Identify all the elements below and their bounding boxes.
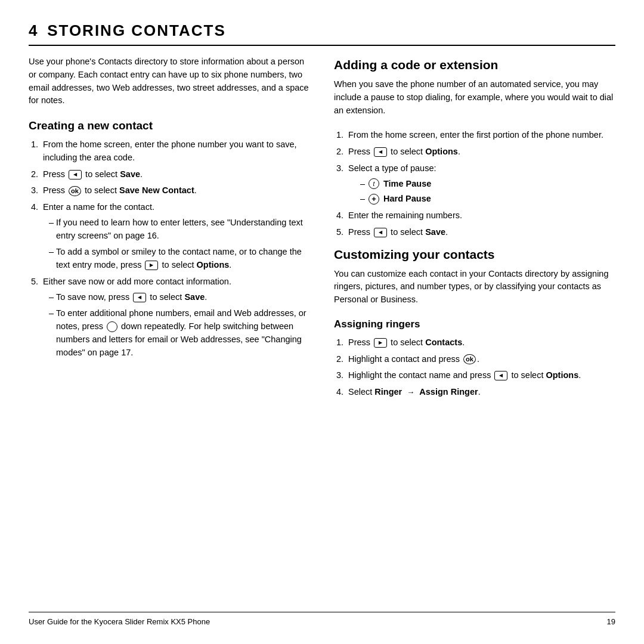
ok-icon-r2: ok <box>463 354 476 364</box>
page-header: 4 Storing Contacts <box>29 21 615 46</box>
section-customizing-title: Customizing your contacts <box>334 247 615 262</box>
right-column: Adding a code or extension When you save… <box>334 55 615 606</box>
circle-icon-s5b <box>107 321 117 332</box>
softkey-right-icon-r1 <box>374 338 387 348</box>
page-footer: User Guide for the Kyocera Slider Remix … <box>29 612 615 626</box>
step-2: Press to select Save. <box>41 168 310 181</box>
softkey-right-icon-s4b <box>145 261 158 270</box>
ringer-step-4: Select Ringer → Assign Ringer. <box>346 386 615 399</box>
step-5-substeps: To save now, press to select Save. To en… <box>43 291 310 360</box>
substep-5a: To save now, press to select Save. <box>49 291 310 304</box>
hard-pause-icon <box>369 194 379 205</box>
adding-intro: When you save the phone number of an aut… <box>334 78 615 117</box>
softkey-left-icon-s5a <box>133 293 146 302</box>
substep-5b: To enter additional phone numbers, email… <box>49 307 310 359</box>
substep-4b: To add a symbol or smiley to the contact… <box>49 246 310 272</box>
ringer-step-2: Highlight a contact and press ok. <box>346 353 615 366</box>
substep-4a: If you need to learn how to enter letter… <box>49 216 310 243</box>
creating-steps-list: From the home screen, enter the phone nu… <box>29 138 310 359</box>
step-1: From the home screen, enter the phone nu… <box>41 138 310 165</box>
page-content: Use your phone's Contacts directory to s… <box>29 55 615 606</box>
page: 4 Storing Contacts Use your phone's Cont… <box>0 0 644 644</box>
step-4-substeps: If you need to learn how to enter letter… <box>43 216 310 272</box>
arrow-icon-r4: → <box>407 386 414 398</box>
pause-list: Time Pause Hard Pause <box>348 178 615 206</box>
pause-time: Time Pause <box>360 178 615 191</box>
section-ringers-title: Assigning ringers <box>334 318 615 330</box>
time-pause-icon <box>369 178 379 189</box>
softkey-left-icon-a5 <box>374 228 387 237</box>
step-5: Either save now or add more contact info… <box>41 275 310 360</box>
section-creating-title: Creating a new contact <box>29 119 310 132</box>
softkey-left-icon-a2 <box>374 147 387 157</box>
ringers-steps-list: Press to select Contacts. Highlight a co… <box>334 336 615 399</box>
softkey-left-icon-s2 <box>69 170 82 179</box>
ringer-step-1: Press to select Contacts. <box>346 336 615 349</box>
pause-hard: Hard Pause <box>360 193 615 206</box>
footer-page-number: 19 <box>607 617 615 626</box>
ok-icon-s3: ok <box>69 186 81 196</box>
section-adding-title: Adding a code or extension <box>334 58 615 72</box>
customizing-intro: You can customize each contact in your C… <box>334 268 615 306</box>
ringer-step-3: Highlight the contact name and press to … <box>346 369 615 382</box>
chapter-title: Storing Contacts <box>47 21 226 39</box>
footer-left: User Guide for the Kyocera Slider Remix … <box>29 617 210 626</box>
add-step-5: Press to select Save. <box>346 226 615 239</box>
step-3: Press ok to select Save New Contact. <box>41 184 310 197</box>
softkey-left-icon-r3 <box>494 371 507 380</box>
add-step-2: Press to select Options. <box>346 145 615 159</box>
add-step-3: Select a type of pause: Time Pause Hard … <box>346 162 615 206</box>
left-column: Use your phone's Contacts directory to s… <box>29 55 310 606</box>
intro-text: Use your phone's Contacts directory to s… <box>29 55 310 107</box>
add-step-4: Enter the remaining numbers. <box>346 209 615 222</box>
adding-steps-list: From the home screen, enter the first po… <box>334 129 615 239</box>
add-step-1: From the home screen, enter the first po… <box>346 129 615 142</box>
step-4: Enter a name for the contact. If you nee… <box>41 201 310 272</box>
chapter-number: 4 <box>29 21 37 39</box>
